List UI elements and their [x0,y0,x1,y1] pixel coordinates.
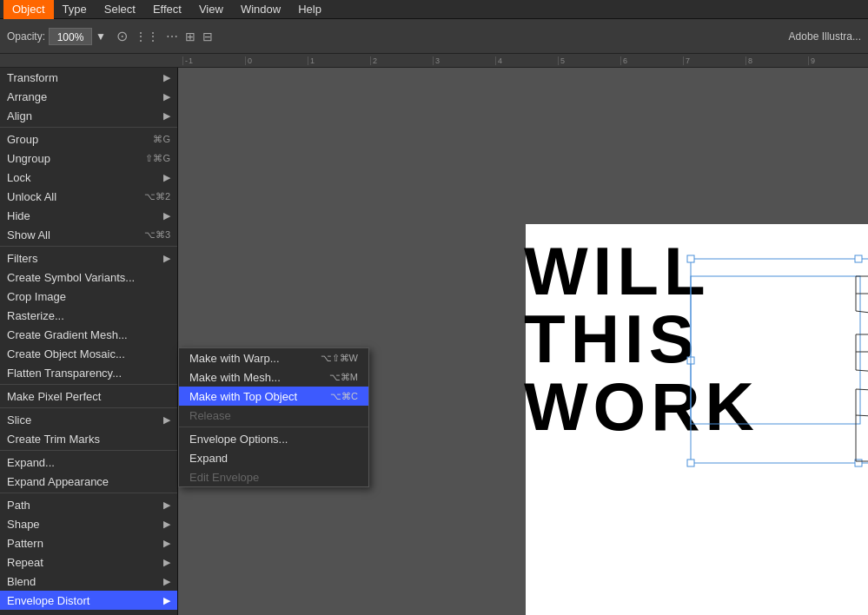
separator [0,407,177,408]
submenu-make-mesh[interactable]: Make with Mesh... ⌥⌘M [179,367,368,387]
separator [0,493,177,493]
menu-item-slice[interactable]: Slice ▶ [0,410,177,429]
submenu-expand[interactable]: Expand [179,448,368,467]
main-area: Transform ▶ Arrange ▶ Align ▶ Group ⌘G U… [0,68,868,615]
arrow-icon: ▶ [163,172,170,183]
ruler: -1 0 1 2 3 4 5 6 7 8 9 10 11 12 13 [0,54,868,68]
ruler-num: 6 [620,56,683,65]
menu-item-show-all[interactable]: Show All ⌥⌘3 [0,225,177,244]
submenu-item-label: Make with Warp... [189,352,280,365]
menu-item-envelope-distort[interactable]: Envelope Distort ▶ [0,591,177,610]
text-line-this: THIS [524,305,759,373]
menu-item-ungroup[interactable]: Ungroup ⇧⌘G [0,149,177,168]
toolbar-icons: ⊙ ⋮⋮ ⋯ ⊞ ⊟ [116,28,213,44]
arrow-icon: ▶ [163,576,170,587]
menu-object[interactable]: Object [3,0,54,19]
ruler-num: 1 [308,56,370,65]
menu-help[interactable]: Help [289,0,330,19]
submenu-item-label: Make with Top Object [189,390,297,403]
menu-item-expand-appearance[interactable]: Expand Appearance [0,472,177,491]
menu-item-crop-image[interactable]: Crop Image [0,287,177,306]
ruler-num: 3 [433,56,495,65]
submenu-item-label: Make with Mesh... [189,371,281,384]
submenu-make-top-object[interactable]: Make with Top Object ⌥⌘C [179,387,368,406]
opacity-control: Opacity: 100% ▼ [7,28,106,45]
submenu-item-label: Expand [189,452,228,465]
text-line-will: WILL [524,237,759,305]
arrow-icon: ▶ [163,538,170,549]
submenu-edit-envelope: Edit Envelope [179,467,368,486]
ruler-num: 0 [245,56,308,65]
menu-item-lock[interactable]: Lock ▶ [0,168,177,187]
arrow-icon: ▶ [163,210,170,222]
menu-item-flatten-transparency[interactable]: Flatten Transparency... [0,363,177,382]
opacity-label: Opacity: [7,30,45,43]
submenu-make-warp[interactable]: Make with Warp... ⌥⇧⌘W [179,348,368,367]
shortcut-label: ⌥⇧⌘W [321,353,358,364]
app-title-area: Adobe Illustra... [789,19,868,54]
menu-item-create-object-mosaic[interactable]: Create Object Mosaic... [0,344,177,363]
arrow-icon: ▶ [163,519,170,530]
ruler-numbers: -1 0 1 2 3 4 5 6 7 8 9 10 11 12 13 [182,56,868,65]
ruler-num: 9 [808,56,868,65]
ruler-num: -1 [182,56,245,65]
menu-item-transform[interactable]: Transform ▶ [0,68,177,87]
arrow-icon: ▶ [163,72,170,83]
menu-item-expand[interactable]: Expand... [0,453,177,472]
submenu-item-label: Release [189,409,231,422]
object-menu: Transform ▶ Arrange ▶ Align ▶ Group ⌘G U… [0,68,178,615]
artboard-text: WILL THIS WORK [524,237,759,440]
menu-item-perspective[interactable]: Perspective ▶ [0,610,177,615]
align-v-icon[interactable]: ⊟ [202,30,213,43]
opacity-arrow[interactable]: ▼ [96,30,106,43]
menu-item-align[interactable]: Align ▶ [0,106,177,125]
arrow-icon: ▶ [163,110,170,122]
arrow-icon: ▶ [163,595,170,606]
menu-item-make-pixel-perfect[interactable]: Make Pixel Perfect [0,387,177,406]
menu-select[interactable]: Select [96,0,144,19]
shortcut-label: ⌥⌘C [330,391,358,402]
arrow-icon: ▶ [163,253,170,264]
menu-item-repeat[interactable]: Repeat ▶ [0,552,177,572]
envelope-distort-submenu: Make with Warp... ⌥⇧⌘W Make with Mesh...… [178,347,369,487]
menu-item-unlock-all[interactable]: Unlock All ⌥⌘2 [0,187,177,206]
menu-item-group[interactable]: Group ⌘G [0,129,177,149]
ruler-num: 2 [370,56,433,65]
menu-item-shape[interactable]: Shape ▶ [0,514,177,533]
menu-window[interactable]: Window [232,0,289,19]
menu-item-filters[interactable]: Filters ▶ [0,248,177,268]
arrow-icon: ▶ [163,91,170,102]
separator [0,127,177,128]
menu-item-hide[interactable]: Hide ▶ [0,206,177,225]
menu-item-create-symbol-variants[interactable]: Create Symbol Variants... [0,268,177,287]
ruler-num: 5 [558,56,620,65]
menu-item-path[interactable]: Path ▶ [0,495,177,514]
app-title: Adobe Illustra... [789,30,861,43]
ruler-num: 7 [683,56,745,65]
arrow-icon: ▶ [163,557,170,568]
text-line-work: WORK [524,373,759,440]
align-icon[interactable]: ⋮⋮ [135,30,159,43]
menu-item-pattern[interactable]: Pattern ▶ [0,533,177,552]
menu-item-create-trim-marks[interactable]: Create Trim Marks [0,429,177,448]
separator [0,246,177,247]
visibility-icon[interactable]: ⊙ [116,28,128,44]
shortcut-label: ⇧⌘G [145,153,170,164]
menu-item-arrange[interactable]: Arrange ▶ [0,87,177,106]
shortcut-label: ⌥⌘2 [144,191,170,202]
menu-item-rasterize[interactable]: Rasterize... [0,306,177,325]
menu-type[interactable]: Type [54,0,96,19]
menu-item-create-gradient-mesh[interactable]: Create Gradient Mesh... [0,325,177,344]
menu-view[interactable]: View [190,0,232,19]
menu-item-blend[interactable]: Blend ▶ [0,572,177,591]
align-h-icon[interactable]: ⊞ [185,30,195,43]
separator [179,427,368,427]
shortcut-label: ⌘G [153,134,170,145]
shortcut-label: ⌥⌘3 [144,229,170,241]
ruler-num: 4 [495,56,558,65]
distribute-icon[interactable]: ⋯ [166,30,178,43]
menu-effect[interactable]: Effect [144,0,190,19]
opacity-input[interactable]: 100% [49,28,92,45]
submenu-envelope-options[interactable]: Envelope Options... [179,429,368,448]
menu-bar: Object Type Select Effect View Window He… [0,0,868,19]
